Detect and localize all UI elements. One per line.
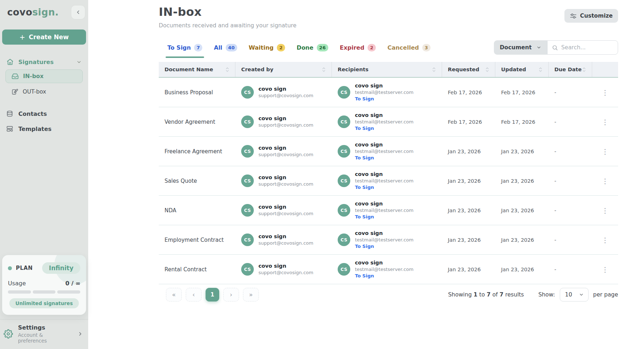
table-row[interactable]: Freelance Agreement CS covo sign support… bbox=[159, 137, 618, 166]
row-menu-button[interactable]: ⋮ bbox=[598, 88, 612, 97]
search-input[interactable] bbox=[561, 44, 613, 51]
usage-progress-bar bbox=[8, 290, 80, 294]
outbox-icon bbox=[12, 89, 18, 95]
pagination-row: « ‹ 1 › » Showing 1 to 7 of 7 results bbox=[159, 288, 618, 302]
table-row[interactable]: Vendor Agreement CS covo sign support@co… bbox=[159, 107, 618, 137]
sidebar-item-templates[interactable]: Templates bbox=[0, 125, 88, 132]
sort-icon[interactable] bbox=[539, 67, 542, 72]
tab[interactable]: Done 26 bbox=[297, 44, 328, 51]
sort-icon[interactable] bbox=[582, 67, 586, 72]
search-category-dropdown[interactable]: Document bbox=[494, 40, 547, 55]
chevron-down-icon bbox=[76, 59, 82, 65]
updated-date: Jan 23, 2026 bbox=[495, 149, 549, 154]
row-menu-button[interactable]: ⋮ bbox=[598, 147, 612, 156]
row-menu-button[interactable]: ⋮ bbox=[598, 235, 612, 245]
due-date: - bbox=[549, 119, 592, 125]
column-label: Document Name bbox=[165, 67, 213, 72]
table-row[interactable]: NDA CS covo sign support@covosign.com CS… bbox=[159, 196, 618, 225]
table-header-cell[interactable]: Recipients bbox=[332, 62, 442, 77]
page-title: IN-box bbox=[159, 5, 618, 19]
sidebar-item-inbox[interactable]: IN-box bbox=[5, 69, 83, 83]
pagination-first-button[interactable]: « bbox=[166, 288, 182, 302]
requested-date: Jan 23, 2026 bbox=[442, 208, 495, 213]
sidebar-collapse-button[interactable] bbox=[71, 5, 85, 19]
recipient-status-link[interactable]: To Sign bbox=[355, 273, 414, 279]
sidebar-item-signatures[interactable]: Signatures bbox=[0, 58, 88, 65]
table-header-cell[interactable]: Requested bbox=[442, 62, 495, 77]
table-header-cell[interactable]: Created by bbox=[235, 62, 332, 77]
recipient-status-link[interactable]: To Sign bbox=[355, 243, 414, 250]
inbox-label: IN-box bbox=[23, 73, 44, 80]
creator-email: support@covosign.com bbox=[258, 122, 313, 128]
requested-date: Jan 23, 2026 bbox=[442, 267, 495, 272]
tab[interactable]: Cancelled 3 bbox=[387, 44, 431, 51]
creator-email: support@covosign.com bbox=[258, 269, 313, 276]
chevron-left-icon bbox=[75, 9, 81, 15]
page-size-value: 10 bbox=[565, 291, 572, 298]
recipient-status-link[interactable]: To Sign bbox=[355, 125, 414, 132]
document-name: Employment Contract bbox=[165, 237, 224, 243]
tab-label: To Sign bbox=[167, 44, 191, 51]
customize-label: Customize bbox=[580, 13, 613, 19]
pagination-page-button[interactable]: 1 bbox=[206, 288, 219, 302]
sort-icon[interactable] bbox=[485, 67, 489, 72]
recipient-email: testmail@testserver.com bbox=[355, 266, 414, 273]
requested-date: Jan 23, 2026 bbox=[442, 178, 495, 184]
page-size-select[interactable]: 10 bbox=[560, 288, 589, 302]
table-header-cell[interactable]: Document Name bbox=[159, 62, 235, 77]
pagination-next-button[interactable]: › bbox=[223, 288, 239, 302]
pagination-prev-button[interactable]: ‹ bbox=[186, 288, 202, 302]
row-menu-button[interactable]: ⋮ bbox=[598, 206, 612, 215]
due-date: - bbox=[549, 149, 592, 154]
creator-name: covo sign bbox=[258, 145, 313, 151]
sidebar-item-settings[interactable]: Settings Account & preferences bbox=[0, 319, 88, 349]
recipient-avatar: CS bbox=[338, 145, 350, 158]
recipient-email: testmail@testserver.com bbox=[355, 148, 414, 155]
outbox-label: OUT-box bbox=[23, 89, 46, 95]
tab[interactable]: To Sign 7 bbox=[167, 44, 202, 51]
recipient-status-link[interactable]: To Sign bbox=[355, 155, 414, 161]
updated-date: Jan 23, 2026 bbox=[495, 267, 549, 272]
table-body: Business Proposal CS covo sign support@c… bbox=[159, 78, 618, 284]
table-row[interactable]: Rental Contract CS covo sign support@cov… bbox=[159, 255, 618, 284]
creator-avatar: CS bbox=[241, 115, 254, 128]
column-label: Created by bbox=[241, 67, 273, 72]
row-menu-button[interactable]: ⋮ bbox=[598, 117, 612, 127]
table-row[interactable]: Business Proposal CS covo sign support@c… bbox=[159, 78, 618, 107]
page-subtitle: Documents received and awaiting your sig… bbox=[159, 22, 618, 29]
pagination-last-button[interactable]: » bbox=[243, 288, 259, 302]
column-label: Updated bbox=[501, 67, 526, 72]
recipient-email: testmail@testserver.com bbox=[355, 207, 414, 214]
requested-date: Feb 17, 2026 bbox=[442, 90, 495, 95]
table-header-cell[interactable]: Due Date bbox=[549, 62, 592, 77]
settings-title: Settings bbox=[18, 324, 72, 331]
tab[interactable]: All 40 bbox=[214, 44, 237, 51]
requested-date: Jan 23, 2026 bbox=[442, 149, 495, 154]
signatures-label: Signatures bbox=[18, 59, 54, 65]
recipient-status-link[interactable]: To Sign bbox=[355, 184, 414, 191]
recipient-status-link[interactable]: To Sign bbox=[355, 96, 414, 102]
tab[interactable]: Waiting 2 bbox=[249, 44, 285, 51]
table-row[interactable]: Employment Contract CS covo sign support… bbox=[159, 225, 618, 255]
recipient-name: covo sign bbox=[355, 141, 414, 148]
customize-button[interactable]: Customize bbox=[564, 9, 618, 23]
main-area: IN-box Documents received and awaiting y… bbox=[88, 0, 644, 349]
creator-avatar: CS bbox=[241, 174, 254, 187]
sort-icon[interactable] bbox=[225, 67, 229, 72]
sort-icon[interactable] bbox=[322, 67, 326, 72]
table-header-cell[interactable]: Updated bbox=[495, 62, 549, 77]
row-menu-button[interactable]: ⋮ bbox=[598, 176, 612, 186]
creator-avatar: CS bbox=[241, 86, 254, 99]
recipient-name: covo sign bbox=[355, 259, 414, 266]
recipient-email: testmail@testserver.com bbox=[355, 178, 414, 184]
table-row[interactable]: Sales Quote CS covo sign support@covosig… bbox=[159, 166, 618, 196]
tab[interactable]: Expired 2 bbox=[340, 44, 376, 51]
sort-icon[interactable] bbox=[432, 67, 436, 72]
sidebar-item-contacts[interactable]: Contacts bbox=[0, 110, 88, 117]
row-menu-button[interactable]: ⋮ bbox=[598, 265, 612, 274]
due-date: - bbox=[549, 267, 592, 272]
create-new-button[interactable]: + Create New bbox=[2, 30, 86, 45]
sidebar-item-outbox[interactable]: OUT-box bbox=[5, 86, 83, 98]
recipient-status-link[interactable]: To Sign bbox=[355, 214, 414, 220]
column-label: Recipients bbox=[338, 67, 369, 72]
